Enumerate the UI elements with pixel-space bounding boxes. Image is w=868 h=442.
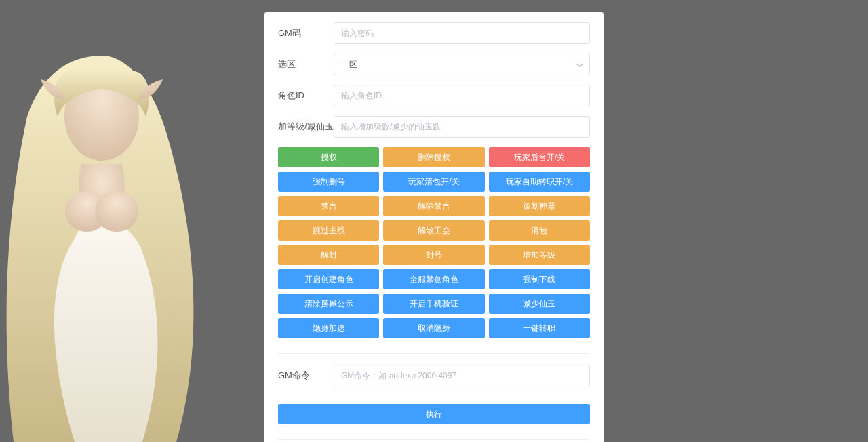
action-button[interactable]: 解除禁言 <box>383 196 484 216</box>
label-level: 加等级/减仙玉 <box>278 121 334 133</box>
background-character-art <box>0 35 203 442</box>
gm-admin-panel: GM码 选区 一区 角色ID 加等级/减仙玉 授权删除授权玩家后台开/关强制删号… <box>264 12 604 442</box>
action-button[interactable]: 减少仙玉 <box>489 294 590 314</box>
action-button[interactable]: 清包 <box>489 220 590 241</box>
row-zone: 选区 一区 <box>278 54 590 75</box>
action-button-grid: 授权删除授权玩家后台开/关强制删号玩家清包开/关玩家自助转职开/关禁言解除禁言策… <box>278 147 590 338</box>
label-gm-code: GM码 <box>278 27 334 39</box>
action-button[interactable]: 隐身加速 <box>278 318 379 338</box>
input-gm-code[interactable] <box>334 22 590 44</box>
button-execute[interactable]: 执行 <box>278 404 590 424</box>
action-button[interactable]: 开启手机验证 <box>383 294 484 314</box>
action-button[interactable]: 玩家后台开/关 <box>489 147 590 167</box>
svg-point-2 <box>95 191 138 232</box>
action-button[interactable]: 玩家自助转职开/关 <box>489 172 590 192</box>
action-button[interactable]: 封号 <box>383 245 484 265</box>
action-button[interactable]: 强制下线 <box>489 269 590 289</box>
action-button[interactable]: 授权 <box>278 147 379 167</box>
action-button[interactable]: 一键转职 <box>489 318 590 338</box>
svg-point-1 <box>65 191 108 232</box>
input-level[interactable] <box>334 116 590 138</box>
row-role-id: 角色ID <box>278 85 590 106</box>
row-gm-code: GM码 <box>278 22 590 44</box>
action-button[interactable]: 禁言 <box>278 196 379 216</box>
action-button[interactable]: 跳过主线 <box>278 220 379 241</box>
action-button[interactable]: 解封 <box>278 245 379 265</box>
row-level: 加等级/减仙玉 <box>278 116 590 138</box>
action-button[interactable]: 全服禁创角色 <box>383 269 484 289</box>
input-role-id[interactable] <box>334 85 590 106</box>
chevron-down-icon <box>576 60 583 70</box>
action-button[interactable]: 增加等级 <box>489 245 590 265</box>
action-button[interactable]: 删除授权 <box>383 147 484 167</box>
action-button[interactable]: 策划神器 <box>489 196 590 216</box>
action-button[interactable]: 清除摆摊公示 <box>278 294 379 314</box>
input-gm-cmd[interactable] <box>334 365 590 386</box>
label-role-id: 角色ID <box>278 89 334 102</box>
separator <box>278 439 590 440</box>
select-zone-value: 一区 <box>341 59 357 71</box>
label-zone: 选区 <box>278 58 334 71</box>
row-gm-cmd: GM命令 <box>278 365 590 386</box>
select-zone[interactable]: 一区 <box>334 54 590 75</box>
action-button[interactable]: 强制删号 <box>278 172 379 192</box>
action-button[interactable]: 玩家清包开/关 <box>383 172 484 192</box>
separator <box>278 353 590 354</box>
action-button[interactable]: 解散工会 <box>383 220 484 241</box>
action-button[interactable]: 开启创建角色 <box>278 269 379 289</box>
label-gm-cmd: GM命令 <box>278 369 334 382</box>
action-button[interactable]: 取消隐身 <box>383 318 484 338</box>
svg-point-0 <box>64 73 139 161</box>
